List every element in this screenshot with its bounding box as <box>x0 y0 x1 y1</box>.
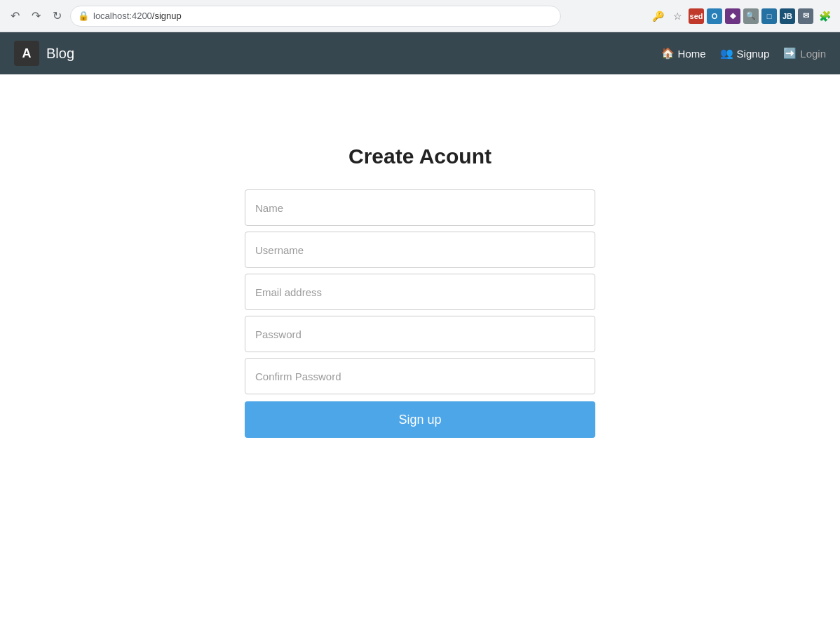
main-content: Create Acount Sign up <box>0 74 840 438</box>
browser-chrome: ↶ ↷ ↻ 🔒 localhost:4200/signup 🔑 ☆ sed O … <box>0 0 840 32</box>
username-field[interactable] <box>245 232 595 268</box>
password-field[interactable] <box>245 316 595 352</box>
nav-home[interactable]: 🏠 Home <box>661 47 706 60</box>
star-icon[interactable]: ☆ <box>669 8 686 25</box>
extension-blue-icon[interactable]: □ <box>761 8 777 24</box>
signup-form: Sign up <box>245 189 595 438</box>
extensions-pin-icon[interactable]: 🧩 <box>816 8 833 25</box>
name-field[interactable] <box>245 189 595 226</box>
signup-button[interactable]: Sign up <box>245 401 595 438</box>
page-title: Create Acount <box>348 145 492 168</box>
email-field[interactable] <box>245 274 595 310</box>
signup-icon: 👥 <box>720 47 733 60</box>
extension-search-icon[interactable]: 🔍 <box>743 8 759 24</box>
extension-sed-icon[interactable]: sed <box>689 8 704 24</box>
nav-links: 🏠 Home 👥 Signup ➡️ Login <box>661 47 826 60</box>
brand-name: Blog <box>46 46 74 62</box>
back-button[interactable]: ↶ <box>7 8 22 24</box>
confirm-password-field[interactable] <box>245 358 595 394</box>
nav-signup[interactable]: 👥 Signup <box>720 47 770 60</box>
url-text: localhost:4200/signup <box>93 11 182 21</box>
extension-jb-icon[interactable]: JB <box>780 8 795 24</box>
home-icon: 🏠 <box>661 47 675 60</box>
address-bar[interactable]: 🔒 localhost:4200/signup <box>70 6 561 27</box>
brand[interactable]: A Blog <box>14 41 74 66</box>
extension-outlook-icon[interactable]: O <box>707 8 722 24</box>
brand-logo: A <box>14 41 39 66</box>
navbar: A Blog 🏠 Home 👥 Signup ➡️ Login <box>0 32 840 74</box>
browser-icons: 🔑 ☆ sed O ◆ 🔍 □ JB ✉ 🧩 <box>649 8 833 25</box>
extension-mail-icon[interactable]: ✉ <box>798 8 813 24</box>
refresh-button[interactable]: ↻ <box>49 8 65 24</box>
lock-icon: 🔒 <box>78 11 89 21</box>
extension-purple-icon[interactable]: ◆ <box>725 8 740 24</box>
forward-button[interactable]: ↷ <box>28 8 43 24</box>
key-icon[interactable]: 🔑 <box>649 8 666 25</box>
browser-toolbar: ↶ ↷ ↻ 🔒 localhost:4200/signup 🔑 ☆ sed O … <box>0 0 840 32</box>
login-icon: ➡️ <box>783 47 797 60</box>
nav-login[interactable]: ➡️ Login <box>783 47 826 60</box>
